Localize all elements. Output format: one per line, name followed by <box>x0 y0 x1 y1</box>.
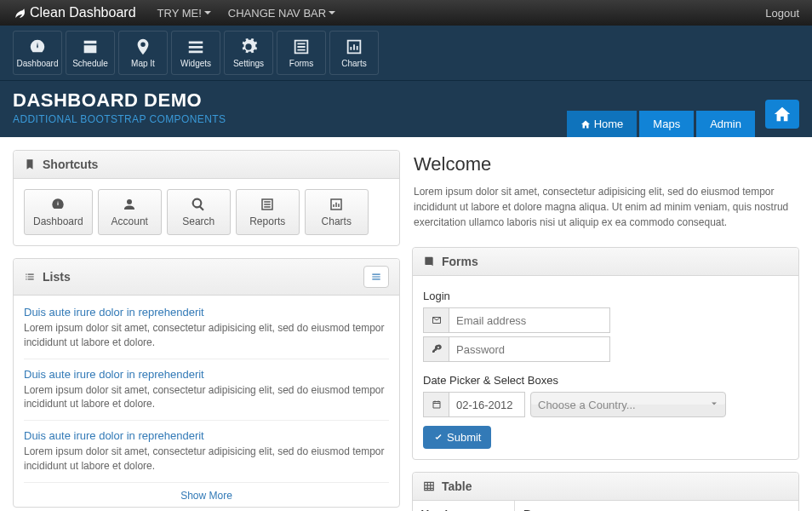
user-icon <box>122 197 137 212</box>
panel-title: Table <box>442 479 472 493</box>
welcome-block: Welcome Lorem ipsum dolor sit amet, cons… <box>412 150 799 235</box>
page-header: DASHBOARD DEMO ADDITIONAL BOOTSTRAP COMP… <box>0 81 812 137</box>
shortcut-label: Search <box>182 215 214 227</box>
caret-icon <box>204 11 211 14</box>
country-select[interactable]: Choose a Country... <box>530 392 726 417</box>
tab-home[interactable]: Home <box>567 111 638 137</box>
welcome-text: Lorem ipsum dolor sit amet, consectetur … <box>414 184 798 230</box>
page-tabs: Home Maps Admin <box>567 111 755 137</box>
show-more-link[interactable]: Show More <box>24 483 389 503</box>
list-link[interactable]: Duis aute irure dolor in reprehenderit <box>24 368 204 381</box>
nav-widgets[interactable]: Widgets <box>171 31 220 75</box>
tab-maps[interactable]: Maps <box>639 111 694 137</box>
shortcut-account[interactable]: Account <box>98 189 162 235</box>
menu-label: TRY ME! <box>157 7 202 20</box>
panel-title: Shortcuts <box>43 158 98 171</box>
nav-forms[interactable]: Forms <box>277 31 326 75</box>
list-link[interactable]: Duis aute irure dolor in reprehenderit <box>24 306 204 319</box>
nav-label: Charts <box>341 59 366 68</box>
calendar-icon <box>81 37 100 56</box>
chart-icon <box>345 37 363 56</box>
shortcut-label: Charts <box>322 215 352 227</box>
list-icon <box>260 197 275 212</box>
date-input[interactable] <box>449 392 525 417</box>
bars-icon <box>370 271 382 283</box>
welcome-title: Welcome <box>414 153 798 175</box>
gauge-icon <box>50 197 66 212</box>
nav-label: Widgets <box>180 59 211 68</box>
table-panel: Table Version Browser <box>412 472 799 511</box>
list-text: Lorem ipsum dolor sit amet, consectetur … <box>24 445 389 474</box>
submit-button[interactable]: Submit <box>423 426 491 449</box>
th-version: Version <box>413 501 515 511</box>
cogs-icon <box>239 37 258 56</box>
list-link[interactable]: Duis aute irure dolor in reprehenderit <box>24 429 204 442</box>
caret-icon <box>329 11 335 14</box>
list-text: Lorem ipsum dolor sit amet, consectetur … <box>24 383 389 412</box>
table-header: Version Browser <box>413 501 798 511</box>
shortcut-dashboard[interactable]: Dashboard <box>24 189 93 235</box>
shortcuts-panel: Shortcuts Dashboard Account Search Repor… <box>13 150 400 246</box>
shortcut-label: Account <box>112 215 148 227</box>
home-icon <box>773 105 792 123</box>
shortcut-charts[interactable]: Charts <box>305 189 369 235</box>
nav-label: Dashboard <box>17 59 59 68</box>
nav-map[interactable]: Map It <box>118 31 168 75</box>
list-item: Duis aute irure dolor in reprehenderitLo… <box>24 359 389 422</box>
nav-label: Schedule <box>72 59 108 68</box>
lists-panel: Lists Duis aute irure dolor in reprehend… <box>13 258 400 508</box>
nav-label: Settings <box>233 59 264 68</box>
shortcut-reports[interactable]: Reports <box>236 189 300 235</box>
envelope-icon <box>423 307 449 333</box>
list-item: Duis aute irure dolor in reprehenderitLo… <box>24 421 389 483</box>
page-title: DASHBOARD DEMO <box>13 89 567 112</box>
panel-title: Lists <box>43 270 71 284</box>
button-label: Submit <box>447 431 481 444</box>
forms-panel: Forms Login Date Picker & Select Boxes <box>412 247 799 460</box>
tab-admin[interactable]: Admin <box>696 111 755 137</box>
nav-settings[interactable]: Settings <box>224 31 273 75</box>
gauge-icon <box>28 37 47 56</box>
check-icon <box>433 433 443 443</box>
brand-text: Clean Dashboard <box>30 5 136 20</box>
book-icon <box>423 256 435 267</box>
chart-icon <box>329 197 344 212</box>
leaf-icon <box>13 6 26 20</box>
list-item: Duis aute irure dolor in reprehenderitLo… <box>24 297 389 359</box>
shortcut-search[interactable]: Search <box>167 189 231 235</box>
menu-change-nav[interactable]: CHANGE NAV BAR <box>228 7 335 20</box>
page-subtitle: ADDITIONAL BOOTSTRAP COMPONENTS <box>13 113 567 125</box>
th-browser: Browser <box>515 501 798 511</box>
logout-link[interactable]: Logout <box>765 7 799 20</box>
nav-label: Forms <box>289 59 313 68</box>
nav-dashboard[interactable]: Dashboard <box>13 31 62 75</box>
key-icon <box>423 336 449 362</box>
nav-schedule[interactable]: Schedule <box>66 31 115 75</box>
tasks-icon <box>186 37 205 56</box>
search-icon <box>191 197 206 212</box>
shortcut-label: Dashboard <box>33 215 83 227</box>
panel-title: Forms <box>442 255 478 268</box>
list-icon <box>292 37 311 56</box>
menu-label: CHANGE NAV BAR <box>228 7 326 20</box>
home-icon <box>580 119 591 129</box>
login-label: Login <box>423 290 788 302</box>
home-button[interactable] <box>765 100 799 129</box>
calendar-icon <box>423 392 449 417</box>
icon-navbar: Dashboard Schedule Map It Widgets Settin… <box>0 26 812 81</box>
nav-charts[interactable]: Charts <box>329 31 379 75</box>
brand[interactable]: Clean Dashboard <box>13 5 136 20</box>
shortcut-label: Reports <box>249 215 285 227</box>
tab-label: Home <box>594 118 624 130</box>
nav-label: Map It <box>131 59 155 68</box>
password-input[interactable] <box>449 336 610 362</box>
menu-try-me[interactable]: TRY ME! <box>157 7 211 20</box>
lists-menu-button[interactable] <box>363 266 389 288</box>
bookmark-icon <box>24 158 36 170</box>
email-input[interactable] <box>449 307 610 333</box>
list-text: Lorem ipsum dolor sit amet, consectetur … <box>24 321 389 350</box>
top-navbar: Clean Dashboard TRY ME! CHANGE NAV BAR L… <box>0 0 812 26</box>
pin-icon <box>134 37 152 56</box>
list-icon <box>24 271 36 283</box>
table-icon <box>423 480 435 492</box>
